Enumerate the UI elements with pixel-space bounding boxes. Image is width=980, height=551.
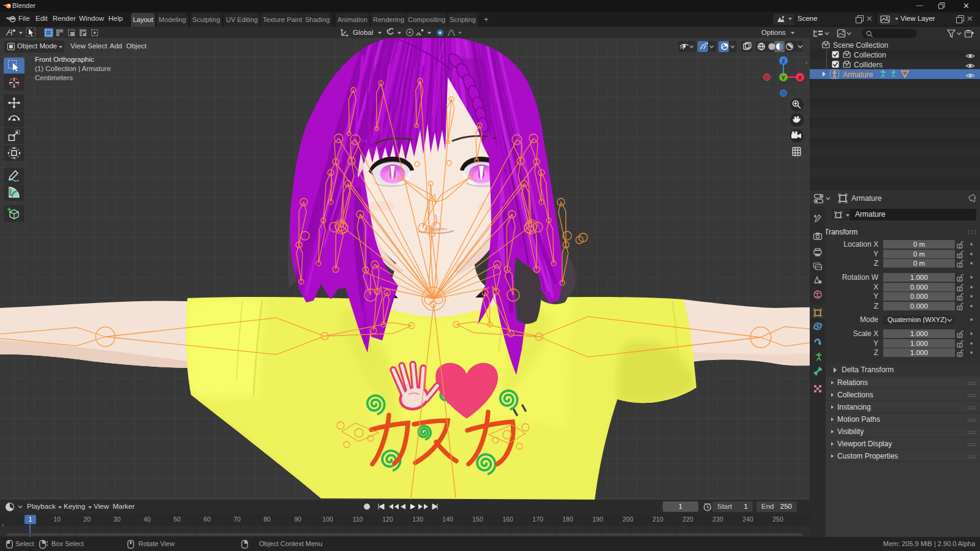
svg-text:Y: Y xyxy=(782,75,785,81)
svg-text:X: X xyxy=(798,75,802,81)
svg-text:Z: Z xyxy=(782,58,785,64)
svg-text:‹: ‹ xyxy=(805,59,807,66)
